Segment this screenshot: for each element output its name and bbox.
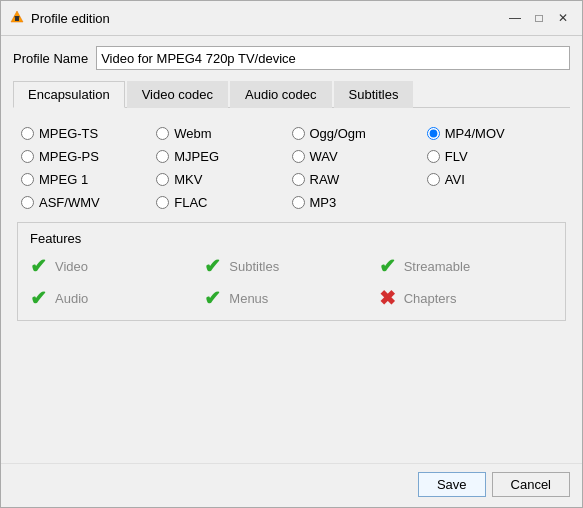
check-icon-subtitles: ✔ [204,256,221,276]
feature-menus: ✔ Menus [204,288,378,308]
radio-options-grid: MPEG-TS Webm Ogg/Ogm MP4/MOV MPEG-P [17,126,566,210]
radio-mjpeg[interactable]: MJPEG [156,149,291,164]
tabs-bar: Encapsulation Video codec Audio codec Su… [13,80,570,108]
vlc-icon [9,9,25,28]
feature-label-audio: Audio [55,291,88,306]
radio-raw[interactable]: RAW [292,172,427,187]
feature-label-streamable: Streamable [404,259,470,274]
close-button[interactable]: ✕ [552,7,574,29]
features-title: Features [30,231,553,246]
radio-mpeg-ts[interactable]: MPEG-TS [21,126,156,141]
radio-mp3[interactable]: MP3 [292,195,427,210]
tab-audio-codec[interactable]: Audio codec [230,81,332,108]
feature-label-menus: Menus [229,291,268,306]
footer: Save Cancel [1,463,582,507]
check-icon-streamable: ✔ [379,256,396,276]
radio-flac[interactable]: FLAC [156,195,291,210]
title-bar: Profile edition — □ ✕ [1,1,582,36]
feature-subtitles: ✔ Subtitles [204,256,378,276]
profile-edition-window: Profile edition — □ ✕ Profile Name Encap… [0,0,583,508]
feature-label-video: Video [55,259,88,274]
title-bar-left: Profile edition [9,9,110,28]
feature-streamable: ✔ Streamable [379,256,553,276]
check-icon-menus: ✔ [204,288,221,308]
minimize-button[interactable]: — [504,7,526,29]
radio-asf-wmv[interactable]: ASF/WMV [21,195,156,210]
tab-encapsulation[interactable]: Encapsulation [13,81,125,108]
features-grid: ✔ Video ✔ Subtitles ✔ Streamable [30,256,553,308]
svg-rect-2 [15,16,20,18]
feature-label-subtitles: Subtitles [229,259,279,274]
features-box: Features ✔ Video ✔ Subtitles ✔ [17,222,566,321]
radio-mkv[interactable]: MKV [156,172,291,187]
radio-ogg-ogm[interactable]: Ogg/Ogm [292,126,427,141]
radio-mp4-mov[interactable]: MP4/MOV [427,126,562,141]
radio-flv[interactable]: FLV [427,149,562,164]
profile-name-label: Profile Name [13,51,88,66]
maximize-button[interactable]: □ [528,7,550,29]
feature-video: ✔ Video [30,256,204,276]
radio-webm[interactable]: Webm [156,126,291,141]
feature-chapters: ✖ Chapters [379,288,553,308]
encapsulation-tab-content: MPEG-TS Webm Ogg/Ogm MP4/MOV MPEG-P [13,116,570,453]
profile-name-row: Profile Name [13,46,570,70]
cross-icon-chapters: ✖ [379,288,396,308]
radio-mpeg1[interactable]: MPEG 1 [21,172,156,187]
feature-audio: ✔ Audio [30,288,204,308]
radio-wav[interactable]: WAV [292,149,427,164]
radio-mpeg-ps[interactable]: MPEG-PS [21,149,156,164]
radio-avi[interactable]: AVI [427,172,562,187]
main-content: Profile Name Encapsulation Video codec A… [1,36,582,463]
window-title: Profile edition [31,11,110,26]
profile-name-input[interactable] [96,46,570,70]
save-button[interactable]: Save [418,472,486,497]
check-icon-audio: ✔ [30,288,47,308]
cancel-button[interactable]: Cancel [492,472,570,497]
check-icon-video: ✔ [30,256,47,276]
title-controls: — □ ✕ [504,7,574,29]
tab-video-codec[interactable]: Video codec [127,81,228,108]
tab-subtitles[interactable]: Subtitles [334,81,414,108]
feature-label-chapters: Chapters [404,291,457,306]
svg-rect-1 [15,17,19,21]
